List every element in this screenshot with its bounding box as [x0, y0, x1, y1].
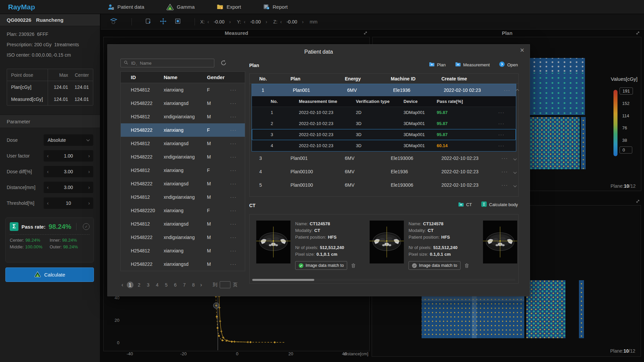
- measurement-row[interactable]: 12022-02-10 02:232D3DMap00195.87···: [252, 107, 516, 118]
- row-menu-icon[interactable]: ···: [221, 114, 245, 119]
- column-header[interactable]: Gender: [197, 74, 221, 80]
- gantry-view-icon[interactable]: [109, 18, 118, 25]
- row-menu-icon[interactable]: ···: [221, 141, 245, 146]
- page-5[interactable]: 5: [163, 282, 170, 288]
- decrement-icon[interactable]: ‹: [44, 200, 52, 206]
- increment-icon[interactable]: ›: [85, 184, 93, 190]
- increment-icon[interactable]: ›: [229, 19, 231, 24]
- close-icon[interactable]: ×: [520, 47, 524, 54]
- row-menu-icon[interactable]: ···: [221, 235, 245, 240]
- search-input[interactable]: [130, 60, 211, 66]
- page-3[interactable]: 3: [145, 282, 152, 288]
- horizontal-scrollbar[interactable]: [252, 279, 314, 281]
- patient-row[interactable]: H254812xndigxianxiangM···: [121, 110, 245, 123]
- calculate-body-button[interactable]: ΣCalculate body: [481, 201, 518, 208]
- page-6[interactable]: 6: [172, 282, 179, 288]
- ct-thumbnail[interactable]: [370, 221, 404, 263]
- patient-row[interactable]: H25482220xianxiangF···: [121, 204, 245, 217]
- row-menu-icon[interactable]: ···: [221, 154, 245, 160]
- nav-item-gamma[interactable]: Gamma: [166, 4, 195, 10]
- patient-row[interactable]: H2548222xianxiangF···: [121, 123, 245, 137]
- goto-page-input[interactable]: [220, 281, 230, 288]
- check-circle-icon[interactable]: ✓: [83, 223, 90, 230]
- expand-icon[interactable]: [636, 199, 640, 204]
- page-2[interactable]: 2: [136, 282, 143, 288]
- patient-row[interactable]: H2548222xianxiangsdM···: [121, 97, 245, 110]
- patient-row[interactable]: H254812xndigxianxiangM···: [121, 190, 245, 204]
- chevron-down-icon[interactable]: [511, 156, 519, 161]
- threshold-stepper[interactable]: ‹10›: [44, 197, 93, 209]
- increment-icon[interactable]: ›: [85, 200, 93, 206]
- page-play-icon[interactable]: [145, 18, 152, 25]
- increment-icon[interactable]: ›: [85, 169, 93, 174]
- measurement-row[interactable]: 22022-02-10 02:233D3DMap00195.87···: [252, 118, 516, 129]
- row-menu-icon[interactable]: ···: [221, 181, 245, 186]
- plan-row[interactable]: 4Plan001006MVEle19362022-02-10 02:23···: [250, 165, 518, 178]
- measurement-row[interactable]: 42022-02-10 02:233D3DMap00160.14···: [252, 140, 516, 151]
- row-menu-icon[interactable]: ···: [221, 194, 245, 200]
- detector-map-compare[interactable]: [526, 280, 566, 338]
- patient-search[interactable]: [120, 59, 214, 67]
- prev-page-icon[interactable]: ‹: [121, 282, 123, 288]
- roi-square-icon[interactable]: [175, 18, 181, 25]
- column-header[interactable]: Name: [154, 74, 197, 80]
- column-header[interactable]: Energy: [335, 76, 381, 81]
- colorbar-min-input[interactable]: 0: [620, 146, 632, 154]
- plan-row[interactable]: 3Plan0016MVEle1930062022-02-10 02:23···: [250, 152, 518, 165]
- row-menu-icon[interactable]: ···: [221, 248, 245, 253]
- chevron-up-icon[interactable]: [513, 87, 521, 93]
- chevron-down-icon[interactable]: [511, 182, 519, 188]
- distance-mm-stepper[interactable]: ‹3.00›: [44, 182, 93, 193]
- decrement-icon[interactable]: ‹: [207, 19, 209, 24]
- increment-icon[interactable]: ›: [266, 19, 267, 24]
- patient-row[interactable]: H2548222xianxiangsdM···: [121, 177, 245, 190]
- row-menu-icon[interactable]: ···: [221, 261, 245, 267]
- decrement-icon[interactable]: ‹: [44, 153, 52, 159]
- row-menu-icon[interactable]: ···: [499, 156, 511, 161]
- user-factor-stepper[interactable]: ‹1.00›: [44, 150, 93, 162]
- row-menu-icon[interactable]: ···: [221, 221, 245, 227]
- decrement-icon[interactable]: ‹: [44, 169, 52, 174]
- calculate-button[interactable]: Calculate: [5, 267, 94, 282]
- open-button[interactable]: Open: [499, 61, 518, 68]
- page-4[interactable]: 4: [154, 282, 161, 288]
- row-menu-icon[interactable]: ···: [487, 132, 516, 137]
- nav-item-export[interactable]: Export: [217, 4, 241, 10]
- patient-row[interactable]: H254812xianxiangsdM···: [121, 217, 245, 231]
- patient-row[interactable]: H2548222xndigxianxiangM···: [121, 150, 245, 164]
- trash-icon[interactable]: [464, 263, 469, 268]
- pan-move-icon[interactable]: [160, 18, 167, 26]
- row-menu-icon[interactable]: ···: [221, 87, 245, 93]
- row-menu-icon[interactable]: ···: [487, 143, 516, 148]
- patient-row[interactable]: H254812xianxiangF···: [121, 83, 245, 97]
- nav-item-report[interactable]: Report: [263, 4, 288, 10]
- image-data-match-button[interactable]: Image data match to: [409, 261, 461, 270]
- patient-row[interactable]: H254812xianxiangF···: [121, 164, 245, 177]
- row-menu-icon[interactable]: ···: [221, 127, 245, 133]
- page-1[interactable]: 1: [127, 282, 133, 288]
- row-menu-icon[interactable]: ···: [221, 101, 245, 106]
- row-menu-icon[interactable]: ···: [501, 87, 513, 93]
- nav-item-patient-data[interactable]: Patient data: [108, 4, 144, 10]
- decrement-icon[interactable]: ‹: [280, 19, 282, 24]
- column-header[interactable]: Plan: [281, 76, 335, 81]
- increment-icon[interactable]: ›: [85, 153, 93, 159]
- page-7[interactable]: 7: [181, 282, 188, 288]
- row-menu-icon[interactable]: ···: [221, 208, 245, 213]
- measurement-button[interactable]: Measurement: [455, 62, 490, 68]
- refresh-icon[interactable]: [220, 60, 227, 67]
- ct-thumbnail[interactable]: [483, 221, 517, 263]
- trash-icon[interactable]: [351, 263, 356, 268]
- dose-diff-stepper[interactable]: ‹3.00›: [44, 166, 93, 177]
- dose-select[interactable]: Absolute: [44, 134, 93, 146]
- column-header[interactable]: ID: [121, 74, 154, 80]
- expand-icon[interactable]: [636, 31, 640, 36]
- ct-thumbnail[interactable]: [256, 221, 290, 263]
- patient-row[interactable]: H2548222xianxiangsdM···: [121, 257, 245, 271]
- next-page-icon[interactable]: ›: [200, 282, 202, 288]
- page-8[interactable]: 8: [190, 282, 197, 288]
- image-data-match-button[interactable]: Image data match to: [295, 261, 347, 270]
- colorbar-max-input[interactable]: 191: [620, 87, 633, 95]
- column-header[interactable]: Create time: [432, 76, 499, 81]
- expand-icon[interactable]: [363, 31, 368, 36]
